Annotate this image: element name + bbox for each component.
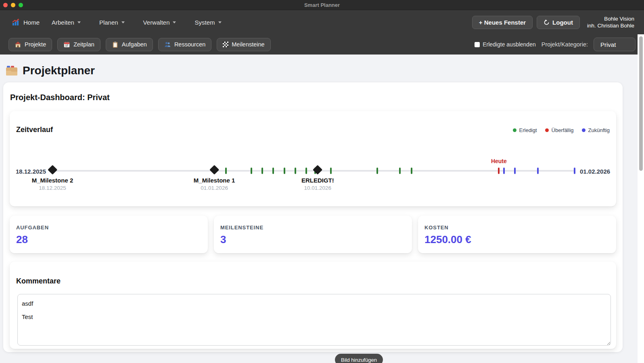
main-navbar: Home Arbeiten Planen Verwalten System + … (0, 10, 644, 34)
timeline-tick (376, 168, 378, 174)
account-owner: inh. Christian Bohle (587, 22, 634, 29)
toolbar-button-meilensteine[interactable]: Meilensteine (217, 38, 270, 51)
milestone-diamond-icon (209, 165, 219, 174)
new-window-button[interactable]: + Neues Fenster (472, 16, 533, 29)
project-category-select[interactable]: Privat (594, 38, 636, 51)
legend-dot-zukuenftig-icon (582, 128, 585, 132)
legend-dot-ueberfaellig-icon (545, 128, 549, 132)
project-category-label: Projekt/Kategorie: (542, 41, 588, 48)
new-window-label: + Neues Fenster (479, 19, 526, 26)
today-label: Heute (491, 158, 507, 164)
toolbar-button-zeitplan[interactable]: 17 Zeitplan (57, 38, 100, 51)
home-nav-item[interactable]: Home (11, 18, 40, 26)
stat-card-kosten: KOSTEN 1250.00 € (418, 216, 616, 253)
chevron-down-icon (218, 21, 222, 23)
milestone-name: ERLEDIGT! (301, 177, 334, 184)
menu-verwalten[interactable]: Verwalten (143, 19, 176, 26)
scrollbar-thumb[interactable] (639, 36, 643, 171)
timeline-end-label: 01.02.2026 (580, 168, 610, 175)
timeline-tick (537, 168, 539, 174)
logout-button[interactable]: Logout (537, 16, 580, 29)
menu-planen[interactable]: Planen (99, 19, 125, 26)
home-label: Home (23, 19, 40, 26)
menu-arbeiten-label: Arbeiten (52, 19, 74, 26)
timeline-tick (498, 168, 500, 174)
people-icon (164, 41, 171, 48)
toolbar-label-zeitplan: Zeitplan (73, 41, 94, 48)
window-title: Smart Planner (0, 0, 644, 10)
legend-item-erledigt: Erledigt (513, 127, 537, 133)
milestone-name: M_Milestone 2 (32, 177, 73, 184)
timeline-tick (261, 168, 263, 174)
timeline-card: Zeitverlauf Erledigt Überfällig Zukünfti… (10, 111, 616, 206)
hide-done-checkbox-group[interactable]: Erledigte ausblenden (475, 41, 536, 48)
toolbar-label-meilensteine: Meilensteine (232, 41, 264, 48)
milestone-m1[interactable]: M_Milestone 1 01.01.2026 (194, 166, 235, 191)
timeline-tick (251, 168, 252, 174)
timeline-tick (411, 168, 412, 174)
legend-label-ueberfaellig: Überfällig (552, 127, 574, 133)
stat-label: AUFGABEN (16, 225, 49, 231)
minimize-window-icon[interactable] (11, 3, 15, 7)
milestone-name: M_Milestone 1 (194, 177, 235, 184)
menu-system-label: System (194, 19, 215, 26)
timeline-legend: Erledigt Überfällig Zukünftig (513, 127, 610, 133)
calendar-icon: 17 (63, 41, 70, 48)
stat-card-meilensteine: MEILENSTEINE 3 (214, 216, 412, 253)
milestone-m2[interactable]: M_Milestone 2 18.12.2025 (32, 166, 73, 191)
stat-label: MEILENSTEINE (220, 225, 263, 231)
milestone-diamond-icon (48, 165, 57, 174)
menu-system[interactable]: System (194, 19, 221, 26)
milestone-erledigt[interactable]: ERLEDIGT! 10.01.2026 (301, 166, 334, 191)
legend-label-erledigt: Erledigt (519, 127, 537, 133)
stat-value: 3 (220, 233, 226, 246)
timeline-title: Zeitverlauf (16, 126, 53, 134)
milestone-date: 10.01.2026 (301, 185, 334, 191)
timeline-tick (272, 168, 274, 174)
account-name: Bohle Vision (587, 15, 634, 22)
toolbar-label-projekte: Projekte (25, 41, 46, 48)
dashboard-card: Projekt-Dashboard: Privat Zeitverlauf Er… (3, 82, 623, 352)
toolbar-button-projekte[interactable]: Projekte (8, 38, 52, 51)
house-icon (15, 41, 21, 48)
milestone-date: 01.01.2026 (194, 185, 235, 191)
zoom-window-icon[interactable] (19, 3, 23, 7)
card-index-dividers-icon (6, 65, 18, 76)
comments-title: Kommentare (16, 277, 61, 285)
stat-value: 1250.00 € (424, 233, 471, 246)
add-image-label: Bild hinzufügen (341, 357, 377, 363)
chevron-down-icon (77, 21, 81, 23)
account-info: Bohle Vision inh. Christian Bohle (587, 15, 634, 29)
logout-label: Logout (552, 19, 573, 26)
toolbar-label-ressourcen: Ressourcen (174, 41, 205, 48)
legend-item-zukuenftig: Zukünftig (582, 127, 610, 133)
stats-row: AUFGABEN 28 MEILENSTEINE 3 KOSTEN 1250.0… (10, 216, 616, 253)
logout-refresh-icon (544, 19, 550, 25)
timeline-tick (503, 168, 505, 174)
chevron-down-icon (121, 21, 125, 23)
clipboard-icon (112, 41, 119, 48)
dashboard-heading: Projekt-Dashboard: Privat (10, 93, 616, 102)
comments-textarea[interactable]: asdf Test (17, 294, 611, 346)
add-image-button[interactable]: Bild hinzufügen (335, 354, 383, 363)
timeline-tick (574, 168, 575, 174)
hide-done-checkbox[interactable] (475, 42, 480, 47)
menu-planen-label: Planen (99, 19, 118, 26)
chart-increasing-icon (11, 18, 19, 26)
close-window-icon[interactable] (3, 3, 8, 7)
legend-label-zukuenftig: Zukünftig (588, 127, 610, 133)
page-title: Projektplaner (23, 64, 95, 77)
timeline-tick (399, 168, 401, 174)
menu-arbeiten[interactable]: Arbeiten (52, 19, 81, 26)
stat-label: KOSTEN (424, 225, 449, 231)
milestone-date: 18.12.2025 (32, 185, 73, 191)
timeline-tick (284, 168, 285, 174)
secondary-toolbar: Projekte 17 Zeitplan Aufgaben (0, 34, 644, 55)
comments-card: Kommentare asdf Test (10, 262, 616, 349)
hide-done-label: Erledigte ausblenden (483, 41, 536, 48)
legend-dot-erledigt-icon (513, 128, 516, 132)
toolbar-button-aufgaben[interactable]: Aufgaben (106, 38, 153, 51)
svg-text:17: 17 (65, 44, 69, 47)
toolbar-button-ressourcen[interactable]: Ressourcen (158, 38, 211, 51)
timeline-tick (514, 168, 516, 174)
